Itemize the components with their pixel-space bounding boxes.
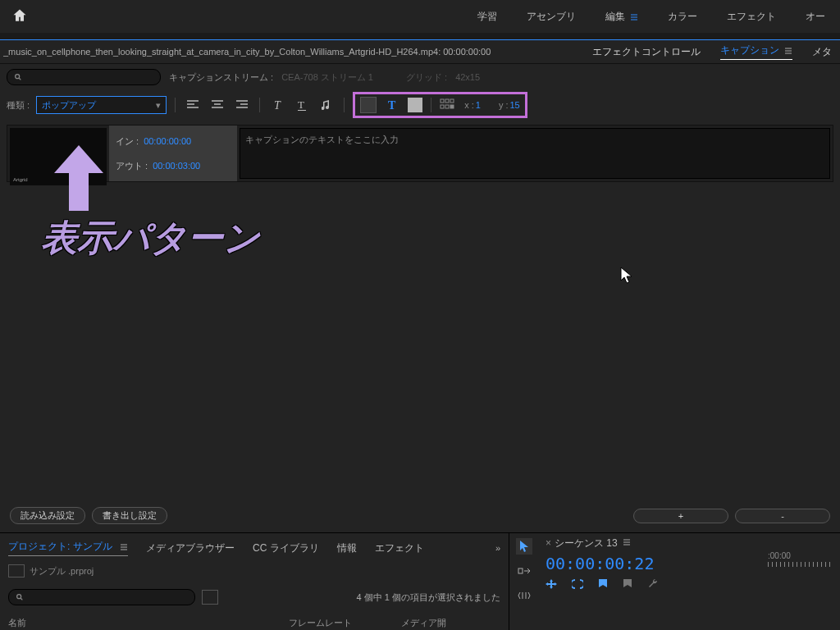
thumbnail-watermark: Artgrid	[13, 177, 28, 182]
fg-color-swatch[interactable]	[408, 98, 422, 112]
svg-rect-4	[441, 99, 444, 103]
svg-point-10	[17, 595, 21, 599]
underline-icon[interactable]: T	[293, 97, 311, 113]
caption-format-row: 種類 : ポップアップ T T T x :1 y :15	[0, 90, 840, 125]
workspace-tab-effects[interactable]: エフェクト	[727, 10, 776, 24]
hamburger-icon[interactable]	[784, 44, 792, 56]
hamburger-icon[interactable]	[120, 541, 128, 552]
cursor-icon	[620, 267, 633, 286]
project-filename: サンプル .prproj	[30, 565, 94, 578]
tab-effects-panel[interactable]: エフェクト	[375, 541, 424, 555]
workspace-tab-audio[interactable]: オー	[806, 10, 825, 24]
separator	[431, 98, 431, 112]
bg-color-swatch[interactable]	[360, 97, 377, 113]
tab-project[interactable]: プロジェクト: サンプル	[8, 540, 128, 556]
svg-point-0	[16, 75, 20, 79]
out-label: アウト :	[116, 160, 148, 172]
home-icon[interactable]	[11, 7, 30, 25]
add-caption-button[interactable]: +	[633, 509, 728, 523]
project-columns: 名前 フレームレート メディア開	[8, 617, 500, 629]
timeline-toolstrip	[509, 533, 539, 630]
tab-info[interactable]: 情報	[337, 541, 357, 555]
bin-icon[interactable]	[8, 564, 25, 578]
svg-rect-5	[445, 99, 449, 103]
snap-icon[interactable]	[546, 578, 557, 591]
timeline-ruler[interactable]: :00:00	[768, 551, 833, 567]
col-media[interactable]: メディア開	[401, 617, 446, 629]
tab-metadata[interactable]: メタ	[812, 45, 832, 59]
caption-thumbnail[interactable]: Artgrid	[10, 128, 107, 185]
timeline-controls	[546, 578, 833, 591]
close-icon[interactable]: ×	[546, 537, 551, 549]
tab-captions[interactable]: キャプション	[720, 43, 792, 60]
y-coord[interactable]: y :15	[499, 100, 520, 110]
panel-tabs: エフェクトコントロール キャプション メタ	[592, 43, 832, 60]
caption-stream-row: キャプションストリーム : CEA-708 ストリーム 1 グリッド : 42x…	[0, 64, 840, 90]
remove-caption-button[interactable]: -	[735, 509, 830, 523]
selection-tool-icon[interactable]	[516, 538, 532, 555]
project-search-row: 4 個中 1 個の項目が選択されました	[8, 589, 500, 605]
import-settings-button[interactable]: 読み込み設定	[10, 507, 85, 524]
separator	[259, 98, 260, 112]
hamburger-icon[interactable]	[623, 537, 631, 549]
workspace-tab-editing[interactable]: 編集	[605, 10, 638, 24]
text-color-icon[interactable]: T	[383, 97, 401, 113]
svg-rect-11	[518, 568, 523, 573]
annotation-label: 表示パターン	[41, 214, 260, 262]
in-label: イン :	[116, 135, 139, 148]
separator	[344, 98, 345, 112]
caption-text-input[interactable]: キャプションのテキストをここに入力	[240, 128, 830, 179]
workspace-tab-color[interactable]: カラー	[668, 10, 697, 24]
wrench-icon[interactable]	[647, 578, 659, 591]
more-tabs-icon[interactable]: »	[495, 543, 500, 553]
svg-text:T: T	[274, 99, 281, 111]
workspace-tab-learn[interactable]: 学習	[477, 10, 497, 24]
svg-rect-8	[445, 105, 449, 108]
col-name[interactable]: 名前	[8, 617, 26, 629]
type-label: 種類 :	[7, 99, 30, 112]
settings-icon[interactable]	[623, 578, 632, 591]
sequence-tab[interactable]: ×シーケンス 13	[546, 537, 631, 549]
music-note-icon[interactable]	[317, 97, 336, 113]
italic-icon[interactable]: T	[268, 97, 286, 113]
svg-text:T: T	[388, 99, 396, 111]
linked-selection-icon[interactable]	[572, 578, 583, 591]
marker-icon[interactable]	[598, 578, 608, 591]
in-timecode[interactable]: 00:00:00:00	[144, 136, 191, 146]
out-timecode[interactable]: 00:00:03:00	[153, 161, 200, 171]
tab-effect-controls[interactable]: エフェクトコントロール	[592, 45, 701, 59]
align-right-icon[interactable]	[233, 97, 251, 113]
workspace-tab-assembly[interactable]: アセンブリ	[527, 10, 576, 24]
ruler-tick-label: :00:00	[768, 551, 833, 560]
track-select-tool-icon[interactable]	[516, 563, 532, 579]
bin-view-icon[interactable]	[202, 590, 218, 605]
lower-panels: プロジェクト: サンプル メディアブラウザー CC ライブラリ 情報 エフェクト…	[0, 532, 840, 630]
ripple-edit-tool-icon[interactable]	[516, 587, 532, 604]
type-dropdown[interactable]: ポップアップ	[36, 96, 167, 114]
col-framerate[interactable]: フレームレート	[289, 617, 352, 629]
workspace-tabs: 学習 アセンブリ 編集 カラー エフェクト オー	[477, 10, 833, 24]
stream-dropdown[interactable]: CEA-708 ストリーム 1	[281, 71, 373, 84]
align-center-icon[interactable]	[208, 97, 226, 113]
position-grid-icon[interactable]	[440, 98, 456, 112]
svg-text:T: T	[298, 99, 304, 111]
hamburger-icon[interactable]	[630, 11, 638, 22]
caption-times: イン :00:00:00:00 アウト :00:00:03:00	[109, 126, 237, 181]
highlighted-box: T x :1 y :15	[353, 92, 527, 118]
svg-rect-7	[441, 105, 444, 108]
align-left-icon[interactable]	[184, 97, 202, 113]
svg-rect-6	[450, 99, 454, 103]
caption-search[interactable]	[7, 69, 161, 85]
x-coord[interactable]: x :1	[464, 100, 481, 110]
export-settings-button[interactable]: 書き出し設定	[92, 507, 167, 524]
timeline-panel: ×シーケンス 13 00:00:00:22 :00:00	[539, 533, 840, 630]
tab-media-browser[interactable]: メディアブラウザー	[146, 541, 235, 555]
project-tabs: プロジェクト: サンプル メディアブラウザー CC ライブラリ 情報 エフェクト…	[8, 536, 500, 559]
grid-label: グリッド :	[406, 71, 447, 84]
tab-cc-libraries[interactable]: CC ライブラリ	[253, 541, 319, 555]
project-panel: プロジェクト: サンプル メディアブラウザー CC ライブラリ 情報 エフェクト…	[0, 533, 509, 630]
source-panel: _music_on_cellphone_then_looking_straigh…	[0, 39, 840, 532]
svg-rect-9	[450, 105, 454, 108]
project-search[interactable]	[8, 589, 195, 605]
panel-bottom-buttons: 読み込み設定 書き出し設定 + -	[0, 507, 840, 524]
